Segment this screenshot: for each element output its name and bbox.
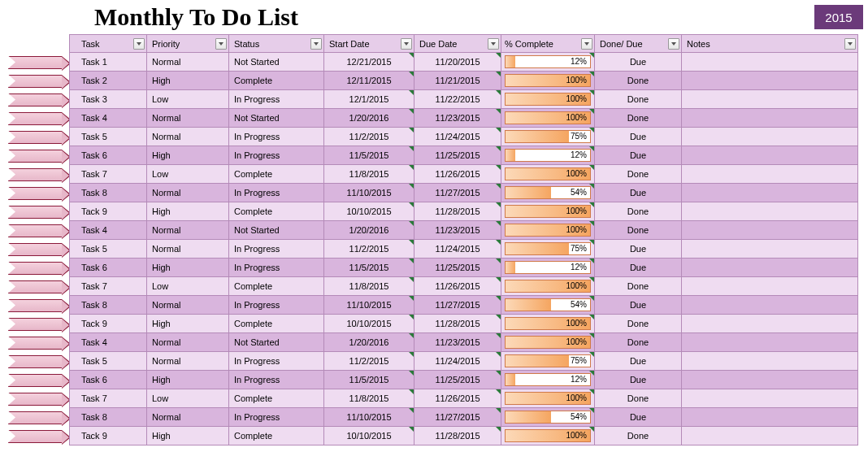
cell-start-date[interactable]: 12/11/2015 [323,71,414,90]
cell-status[interactable]: Complete [228,164,324,184]
cell-due-date[interactable]: 11/27/2015 [414,407,501,427]
cell-due-date[interactable]: 11/23/2015 [414,332,501,352]
filter-dropdown-icon[interactable] [133,38,145,50]
col-header-notes[interactable]: Notes [681,34,858,53]
cell-due-date[interactable]: 11/23/2015 [414,220,501,240]
filter-dropdown-icon[interactable] [488,38,499,50]
cell-task[interactable]: Task 8 [69,295,147,315]
cell-percent-complete[interactable]: 100% [501,220,595,240]
cell-status[interactable]: In Progress [228,407,324,427]
cell-due-date[interactable]: 11/28/2015 [414,426,501,445]
cell-priority[interactable]: Normal [146,127,229,146]
cell-notes[interactable] [681,146,858,165]
cell-done-due[interactable]: Due [594,295,682,315]
cell-percent-complete[interactable]: 54% [501,407,595,427]
cell-status[interactable]: In Progress [228,89,324,109]
cell-done-due[interactable]: Done [594,89,682,109]
filter-dropdown-icon[interactable] [401,38,412,50]
cell-start-date[interactable]: 11/5/2015 [323,370,414,389]
cell-percent-complete[interactable]: 12% [501,52,595,72]
cell-start-date[interactable]: 10/10/2015 [323,426,414,445]
cell-start-date[interactable]: 1/20/2016 [323,332,414,352]
cell-status[interactable]: In Progress [228,351,324,371]
filter-dropdown-icon[interactable] [215,38,227,50]
cell-notes[interactable] [681,370,858,389]
cell-due-date[interactable]: 11/24/2015 [414,127,501,146]
cell-due-date[interactable]: 11/27/2015 [414,183,501,202]
cell-start-date[interactable]: 11/10/2015 [323,183,414,202]
cell-start-date[interactable]: 11/2/2015 [323,351,414,371]
cell-done-due[interactable]: Due [594,407,682,427]
cell-notes[interactable] [681,71,858,90]
cell-percent-complete[interactable]: 54% [501,183,595,202]
cell-status[interactable]: Complete [228,71,324,90]
cell-priority[interactable]: Low [146,276,229,296]
cell-done-due[interactable]: Done [594,314,682,333]
cell-status[interactable]: In Progress [228,146,324,165]
cell-done-due[interactable]: Due [594,183,682,202]
cell-notes[interactable] [681,389,858,408]
cell-notes[interactable] [681,108,858,128]
cell-due-date[interactable]: 11/26/2015 [414,276,501,296]
cell-percent-complete[interactable]: 100% [501,389,595,408]
cell-priority[interactable]: Normal [146,52,229,72]
col-header-task[interactable]: Task [69,34,147,53]
cell-notes[interactable] [681,314,858,333]
col-header-due-date[interactable]: Due Date [414,34,501,53]
cell-start-date[interactable]: 1/20/2016 [323,108,414,128]
cell-task[interactable]: Task 6 [69,146,147,165]
cell-percent-complete[interactable]: 100% [501,314,595,333]
cell-percent-complete[interactable]: 75% [501,239,595,259]
cell-task[interactable]: Task 4 [69,108,147,128]
cell-start-date[interactable]: 10/10/2015 [323,314,414,333]
cell-start-date[interactable]: 11/8/2015 [323,164,414,184]
cell-task[interactable]: Task 7 [69,276,147,296]
cell-start-date[interactable]: 12/21/2015 [323,52,414,72]
cell-task[interactable]: Task 4 [69,332,147,352]
cell-notes[interactable] [681,426,858,445]
cell-notes[interactable] [681,332,858,352]
col-header-status[interactable]: Status [228,34,324,53]
col-header-done-due[interactable]: Done/ Due [594,34,682,53]
cell-percent-complete[interactable]: 100% [501,89,595,109]
cell-notes[interactable] [681,202,858,221]
cell-percent-complete[interactable]: 100% [501,332,595,352]
cell-task[interactable]: Task 7 [69,389,147,408]
cell-start-date[interactable]: 10/10/2015 [323,202,414,221]
cell-status[interactable]: In Progress [228,239,324,259]
cell-due-date[interactable]: 11/25/2015 [414,146,501,165]
cell-task[interactable]: Task 5 [69,127,147,146]
cell-start-date[interactable]: 1/20/2016 [323,220,414,240]
cell-task[interactable]: Task 4 [69,220,147,240]
cell-status[interactable]: In Progress [228,183,324,202]
cell-due-date[interactable]: 11/28/2015 [414,202,501,221]
cell-priority[interactable]: Normal [146,183,229,202]
cell-done-due[interactable]: Due [594,370,682,389]
cell-due-date[interactable]: 11/26/2015 [414,164,501,184]
cell-status[interactable]: Not Started [228,332,324,352]
cell-priority[interactable]: High [146,426,229,445]
cell-status[interactable]: In Progress [228,295,324,315]
cell-percent-complete[interactable]: 75% [501,351,595,371]
cell-priority[interactable]: Normal [146,351,229,371]
cell-priority[interactable]: Normal [146,295,229,315]
cell-notes[interactable] [681,164,858,184]
cell-due-date[interactable]: 11/22/2015 [414,89,501,109]
cell-status[interactable]: In Progress [228,258,324,277]
cell-percent-complete[interactable]: 12% [501,258,595,277]
cell-task[interactable]: Task 7 [69,164,147,184]
cell-priority[interactable]: High [146,146,229,165]
cell-notes[interactable] [681,89,858,109]
cell-percent-complete[interactable]: 100% [501,108,595,128]
cell-priority[interactable]: Low [146,89,229,109]
cell-due-date[interactable]: 11/28/2015 [414,314,501,333]
cell-notes[interactable] [681,407,858,427]
cell-task[interactable]: Task 8 [69,183,147,202]
cell-priority[interactable]: High [146,314,229,333]
cell-status[interactable]: Complete [228,202,324,221]
cell-task[interactable]: Task 6 [69,370,147,389]
cell-done-due[interactable]: Done [594,220,682,240]
col-header-percent-complete[interactable]: % Complete [501,34,595,53]
cell-due-date[interactable]: 11/27/2015 [414,295,501,315]
cell-due-date[interactable]: 11/21/2015 [414,71,501,90]
